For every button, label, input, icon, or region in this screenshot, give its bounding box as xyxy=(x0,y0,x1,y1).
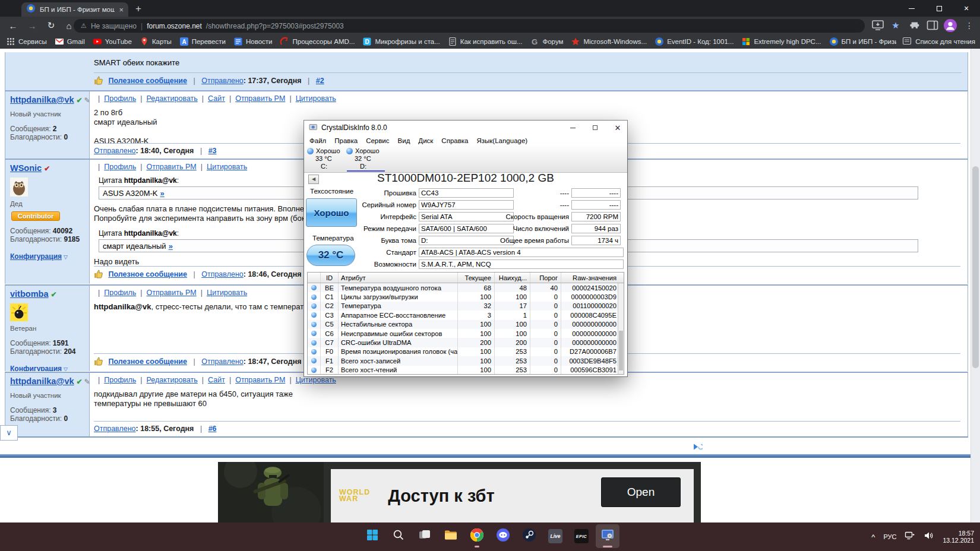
new-tab-button[interactable]: + xyxy=(135,2,141,15)
username-link[interactable]: httpdanilka@vk xyxy=(10,376,74,386)
smart-table-row[interactable]: C1 Циклы загрузки/выгрузки 100 100 0 000… xyxy=(308,292,624,301)
volume-icon[interactable] xyxy=(924,531,934,543)
bookmark-item[interactable]: G Форум xyxy=(530,37,563,46)
post-action-link[interactable]: Цитировать xyxy=(197,163,248,171)
steam-button[interactable] xyxy=(517,524,541,548)
back-icon[interactable]: ← xyxy=(5,17,21,34)
reload-icon[interactable]: ↻ xyxy=(43,17,59,34)
sent-link[interactable]: Отправлено xyxy=(201,357,244,366)
post-action-link[interactable]: Отправить PM xyxy=(225,376,285,384)
profile-avatar[interactable] xyxy=(943,18,957,33)
collapse-chevron-button[interactable]: ∨ xyxy=(0,425,18,441)
task-view-button[interactable] xyxy=(413,524,437,548)
config-link[interactable]: Конфигурация xyxy=(10,252,62,261)
address-bar[interactable]: ⚠ Не защищено | forum.oszone.net/showthr… xyxy=(74,19,865,33)
post-action-link[interactable]: Отправить PM xyxy=(136,289,196,297)
username-link[interactable]: vitbomba xyxy=(10,289,48,299)
avatar[interactable] xyxy=(10,178,86,199)
post-action-link[interactable]: Редактировать xyxy=(136,94,198,103)
menu-item[interactable]: Язык(Language) xyxy=(472,137,532,144)
extensions-icon[interactable] xyxy=(908,18,922,33)
cdi-close-button[interactable]: ✕ xyxy=(608,121,627,135)
tray-chevron-icon[interactable]: ^ xyxy=(871,533,875,542)
quote-expand-link[interactable]: » xyxy=(160,189,165,198)
username-link[interactable]: httpdanilka@vk xyxy=(10,95,74,104)
bookmark-item[interactable]: Как исправить ош... xyxy=(448,37,523,46)
smart-table-row[interactable]: BE Температура воздушного потока 68 48 4… xyxy=(308,283,624,292)
bookmark-item[interactable]: БП и ИБП - Фризит... xyxy=(829,37,907,46)
smart-table-row[interactable]: C3 Аппаратное ECC-восстановление 3 1 0 0… xyxy=(308,311,624,319)
menu-item[interactable]: Правка xyxy=(330,137,362,144)
language-indicator[interactable]: РУС xyxy=(883,533,896,540)
smart-table-row[interactable]: C7 CRC-ошибки UltraDMA 200 200 0 0000000… xyxy=(308,338,624,347)
smart-table-row[interactable]: C5 Нестабильные сектора 100 100 0 000000… xyxy=(308,320,624,329)
bookmark-item[interactable]: Gmail xyxy=(55,37,85,46)
quote-expand-link[interactable]: » xyxy=(169,242,173,251)
sent-link[interactable]: Отправлено xyxy=(94,425,136,433)
sent-link[interactable]: Отправлено xyxy=(94,147,136,155)
scrollbar-thumb[interactable] xyxy=(619,331,623,370)
username-link[interactable]: WSonic xyxy=(10,163,42,173)
crystaldiskinfo-button[interactable] xyxy=(596,524,619,548)
post-number-link[interactable]: #6 xyxy=(208,425,217,433)
drive-tab-c[interactable]: Хорошо 33 °C C: xyxy=(306,147,346,172)
ad-open-button[interactable]: Open xyxy=(601,477,681,507)
bookmark-item[interactable]: EventID - Код: 1001... xyxy=(655,37,734,46)
useful-message-link[interactable]: Полезное сообщение xyxy=(108,357,187,366)
smart-table-row[interactable]: C2 Температура 32 17 0 001100000020 xyxy=(308,302,624,311)
post-action-link[interactable]: Профиль xyxy=(94,289,136,297)
bookmark-item[interactable]: Сервисы xyxy=(6,37,47,46)
post-action-link[interactable]: Редактировать xyxy=(136,376,198,384)
msi-live-button[interactable]: Live xyxy=(543,524,567,548)
clock[interactable]: 18:57 13.12.2021 xyxy=(943,530,974,544)
post-action-link[interactable]: Отправить PM xyxy=(136,163,196,171)
bookmark-item[interactable]: D Микрофризы и ста... xyxy=(362,37,440,46)
post-number-link[interactable]: #2 xyxy=(316,77,324,85)
scrollbar-thumb[interactable] xyxy=(972,166,979,368)
bookmark-star-icon[interactable]: ★ xyxy=(889,18,903,33)
chrome-button[interactable] xyxy=(465,524,489,548)
post-action-link[interactable]: Профиль xyxy=(94,163,136,171)
bookmark-item[interactable]: Процессоры AMD... xyxy=(280,37,355,46)
window-minimize-button[interactable] xyxy=(898,0,925,17)
drive-tab-d[interactable]: Хорошо 32 °C D: xyxy=(346,147,385,172)
avatar[interactable] xyxy=(10,303,86,324)
smart-table-row[interactable]: F1 Всего хост-записей 100 253 0 0003DE9B… xyxy=(308,356,624,365)
browser-tab[interactable]: БП и ИБП - Фризит мощный ПК × xyxy=(21,2,128,17)
bookmark-item[interactable]: A Перевести xyxy=(179,37,226,46)
cdi-titlebar[interactable]: CrystalDiskInfo 8.0.0 ✕ xyxy=(304,121,627,135)
sent-link[interactable]: Отправлено xyxy=(201,77,244,85)
menu-item[interactable]: Вид xyxy=(394,137,415,144)
post-number-link[interactable]: #3 xyxy=(208,147,217,155)
post-action-link[interactable]: Профиль xyxy=(94,376,136,384)
menu-item[interactable]: Справка xyxy=(437,137,472,144)
tab-close-icon[interactable]: × xyxy=(119,5,124,14)
smart-table-row[interactable]: C6 Неисправимые ошибки секторов 100 100 … xyxy=(308,329,624,338)
start-button[interactable] xyxy=(361,524,384,548)
bookmark-item[interactable]: Карты xyxy=(140,37,172,46)
bookmark-item[interactable]: Microsoft-Windows... xyxy=(571,37,647,46)
browser-menu-icon[interactable]: ⋮ xyxy=(962,18,976,33)
discord-button[interactable] xyxy=(491,524,515,548)
search-button[interactable] xyxy=(387,524,410,548)
post-action-link[interactable]: Сайт xyxy=(198,376,225,384)
window-maximize-button[interactable] xyxy=(925,0,953,17)
epic-games-button[interactable]: EPIC xyxy=(570,524,593,548)
bookmark-item[interactable]: Новости xyxy=(233,37,273,46)
post-action-link[interactable]: Цитировать xyxy=(197,289,248,297)
adchoices-icon[interactable] xyxy=(693,442,703,450)
cdi-minimize-button[interactable] xyxy=(563,121,582,135)
reading-list-button[interactable]: Список для чтения xyxy=(896,34,975,49)
post-action-link[interactable]: Профиль xyxy=(94,94,136,103)
install-page-icon[interactable] xyxy=(871,18,885,33)
side-panel-icon[interactable] xyxy=(925,18,940,33)
smart-table-row[interactable]: F0 Время позиционирования головок (часы)… xyxy=(308,347,624,356)
config-link[interactable]: Конфигурация xyxy=(10,365,62,371)
cdi-maximize-button[interactable] xyxy=(586,121,605,135)
file-explorer-button[interactable] xyxy=(439,524,463,548)
menu-item[interactable]: Файл xyxy=(305,137,330,144)
post-action-link[interactable]: Цитировать xyxy=(285,376,336,384)
post-action-link[interactable]: Сайт xyxy=(198,94,225,103)
network-icon[interactable] xyxy=(905,531,915,543)
bookmark-item[interactable]: Extremely high DPC... xyxy=(741,37,821,46)
